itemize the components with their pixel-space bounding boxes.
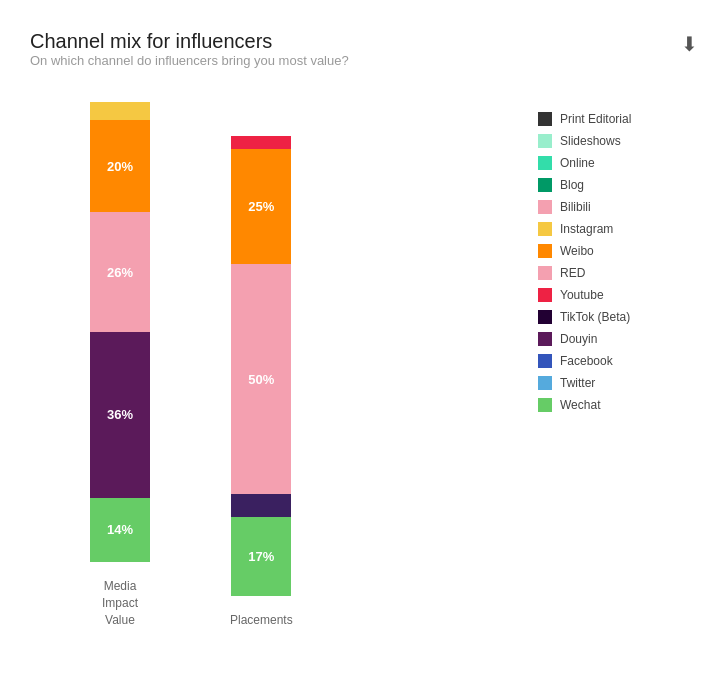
download-button[interactable]: ⬇	[681, 32, 698, 56]
segment-pl-douyin	[231, 494, 291, 517]
bar-stack-miv: 14% 36% 26% 20%	[90, 102, 150, 562]
page-title: Channel mix for influencers	[30, 30, 349, 53]
legend-label: Youtube	[560, 288, 604, 302]
legend-label: Slideshows	[560, 134, 621, 148]
legend-color-box	[538, 156, 552, 170]
legend-label: Online	[560, 156, 595, 170]
legend-label: Bilibili	[560, 200, 591, 214]
bar-group-miv: 14% 36% 26% 20% MediaImpactValue	[90, 102, 150, 628]
bar-stack-placements: 17% 50% 25%	[231, 136, 291, 596]
legend-color-box	[538, 134, 552, 148]
page-subtitle: On which channel do influencers bring yo…	[30, 53, 349, 68]
segment-pl-wechat: 17%	[231, 517, 291, 595]
legend-label: Facebook	[560, 354, 613, 368]
bars-container: 14% 36% 26% 20% MediaImpactValue 17% 50%…	[30, 102, 518, 628]
legend-color-box	[538, 398, 552, 412]
bar-label-placements: Placements	[230, 612, 293, 629]
legend-color-box	[538, 310, 552, 324]
page-header: Channel mix for influencers On which cha…	[30, 30, 698, 98]
legend-item: RED	[538, 266, 698, 280]
legend-label: Wechat	[560, 398, 600, 412]
legend-label: Instagram	[560, 222, 613, 236]
legend-label: Weibo	[560, 244, 594, 258]
legend-color-box	[538, 178, 552, 192]
legend-item: Blog	[538, 178, 698, 192]
legend-color-box	[538, 354, 552, 368]
legend-color-box	[538, 244, 552, 258]
legend-color-box	[538, 332, 552, 346]
segment-miv-instagram	[90, 102, 150, 120]
legend: Print EditorialSlideshowsOnlineBlogBilib…	[538, 112, 698, 412]
legend-item: Online	[538, 156, 698, 170]
segment-miv-red: 26%	[90, 212, 150, 332]
legend-label: Douyin	[560, 332, 597, 346]
legend-color-box	[538, 376, 552, 390]
legend-color-box	[538, 112, 552, 126]
segment-miv-wechat: 14%	[90, 498, 150, 562]
segment-pl-red: 50%	[231, 264, 291, 494]
chart-area: 14% 36% 26% 20% MediaImpactValue 17% 50%…	[30, 102, 698, 628]
legend-item: Weibo	[538, 244, 698, 258]
segment-pl-weibo: 25%	[231, 149, 291, 264]
legend-label: Twitter	[560, 376, 595, 390]
segment-miv-douyin: 36%	[90, 332, 150, 498]
segment-miv-weibo: 20%	[90, 120, 150, 212]
legend-item: Douyin	[538, 332, 698, 346]
legend-color-box	[538, 222, 552, 236]
header-text: Channel mix for influencers On which cha…	[30, 30, 349, 98]
legend-label: RED	[560, 266, 585, 280]
bar-label-miv: MediaImpactValue	[102, 578, 138, 628]
legend-item: Instagram	[538, 222, 698, 236]
segment-pl-youtube	[231, 136, 291, 150]
legend-item: Youtube	[538, 288, 698, 302]
legend-item: Print Editorial	[538, 112, 698, 126]
legend-item: Facebook	[538, 354, 698, 368]
legend-item: Bilibili	[538, 200, 698, 214]
legend-item: TikTok (Beta)	[538, 310, 698, 324]
legend-color-box	[538, 288, 552, 302]
legend-color-box	[538, 200, 552, 214]
legend-label: Print Editorial	[560, 112, 631, 126]
legend-color-box	[538, 266, 552, 280]
legend-item: Twitter	[538, 376, 698, 390]
legend-label: TikTok (Beta)	[560, 310, 630, 324]
legend-item: Slideshows	[538, 134, 698, 148]
legend-label: Blog	[560, 178, 584, 192]
bar-group-placements: 17% 50% 25% Placements	[230, 136, 293, 629]
legend-item: Wechat	[538, 398, 698, 412]
